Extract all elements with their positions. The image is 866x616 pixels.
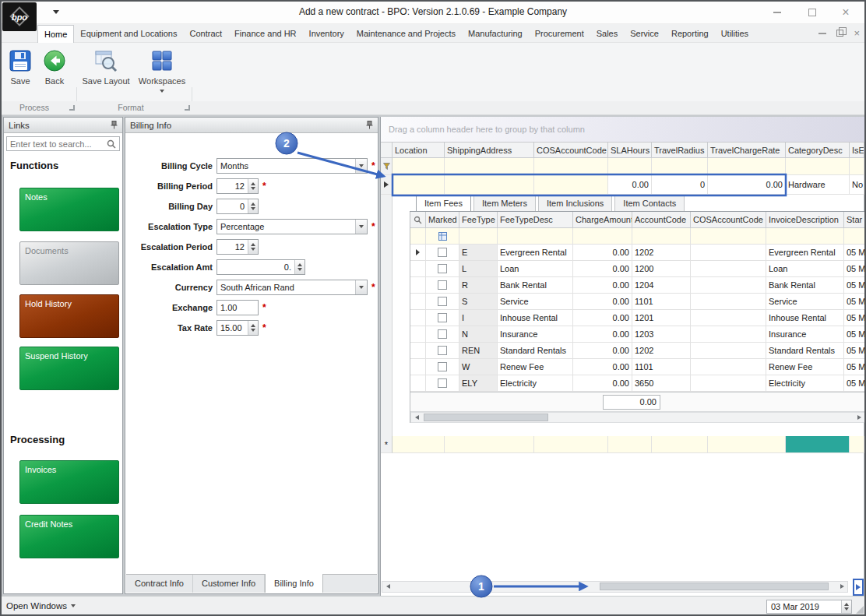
marked-checkbox[interactable] (438, 297, 447, 306)
tab-item-contacts[interactable]: Item Contacts (614, 195, 685, 211)
scroll-left-button[interactable] (411, 413, 422, 422)
feetypedesc-cell[interactable]: Electricity (498, 375, 573, 392)
tab-item-fees[interactable]: Item Fees (416, 195, 471, 211)
cosaccountcode-cell[interactable] (691, 261, 766, 277)
new-row-cell[interactable] (850, 436, 864, 453)
hold-history-button[interactable]: Hold History (19, 294, 119, 338)
marked-checkbox[interactable] (438, 362, 447, 371)
feetype-cell[interactable]: REN (459, 343, 498, 359)
fee-row[interactable]: N Insurance 0.00 1203 Insurance 05 M (410, 326, 865, 343)
column-header-travelradius[interactable]: TravelRadius (652, 143, 708, 158)
quick-access-dropdown-icon[interactable] (53, 10, 59, 14)
close-button[interactable]: × (835, 5, 857, 20)
feetype-cell[interactable]: W (459, 359, 498, 375)
invoicedescription-cell[interactable]: Insurance (766, 326, 844, 343)
marked-filter-cell[interactable] (426, 228, 459, 245)
fee-row[interactable]: S Service 0.00 1101 Service 05 M (410, 294, 865, 310)
filter-cell[interactable] (498, 228, 573, 245)
marked-checkbox[interactable] (438, 346, 447, 355)
invoicedescription-cell[interactable]: Bank Rental (766, 277, 844, 294)
fee-row[interactable]: REN Standard Rentals 0.00 1202 Standard … (410, 343, 865, 359)
ribbon-tab-contract[interactable]: Contract (184, 25, 229, 43)
filter-cell[interactable] (573, 228, 632, 245)
cosaccountcode-cell[interactable] (691, 359, 766, 375)
feetypedesc-cell[interactable]: Evergreen Rental (498, 245, 573, 261)
filter-cell[interactable] (459, 228, 498, 245)
ribbon-restore-icon[interactable] (836, 30, 843, 37)
column-header-feetype[interactable]: FeeType (459, 212, 498, 228)
workspaces-button[interactable]: Workspaces (134, 44, 190, 99)
feetype-cell[interactable]: I (459, 310, 498, 326)
filter-cell[interactable] (534, 158, 608, 175)
fee-row[interactable]: E Evergreen Rental 0.00 1202 Evergreen R… (410, 245, 865, 261)
currency-combobox[interactable]: South African Rand (216, 280, 368, 295)
startdate-cell[interactable]: 05 M (844, 310, 865, 326)
cosaccountcode-cell[interactable] (691, 343, 766, 359)
cosaccountcode-cell[interactable] (691, 326, 766, 343)
spin-buttons[interactable] (248, 179, 258, 193)
startdate-cell[interactable]: 05 M (844, 294, 865, 310)
column-header-startdate[interactable]: Star (844, 212, 865, 228)
filter-cell[interactable] (844, 228, 865, 245)
exchange-field[interactable]: 1.00 (216, 300, 259, 315)
fee-row[interactable]: ELY Electricity 0.00 3650 Electricity 05… (410, 375, 865, 392)
marked-cell[interactable] (426, 326, 459, 343)
master-data-row[interactable]: 0.00 0 0.00 Hardware No (381, 175, 864, 195)
cell-shippingaddress[interactable] (445, 175, 534, 195)
feetypedesc-cell[interactable]: Service (498, 294, 573, 310)
back-button[interactable]: Back (37, 44, 72, 99)
feetypedesc-cell[interactable]: Standard Rentals (498, 343, 573, 359)
marked-checkbox[interactable] (438, 248, 447, 257)
format-dialog-launcher-icon[interactable] (185, 105, 190, 111)
startdate-cell[interactable]: 05 M (844, 277, 865, 294)
column-header-cosaccountcode[interactable]: COSAccountCode (534, 143, 608, 158)
new-row-cell[interactable] (708, 436, 786, 453)
new-row-cell[interactable] (445, 436, 534, 453)
startdate-cell[interactable]: 05 M (844, 343, 865, 359)
scroll-right-button[interactable] (854, 413, 864, 422)
horizontal-scrollbar-thumb[interactable] (600, 583, 829, 590)
detail-search-header[interactable] (410, 212, 426, 228)
process-dialog-launcher-icon[interactable] (69, 105, 75, 111)
feetype-cell[interactable]: N (459, 326, 498, 343)
filter-cell[interactable] (708, 158, 786, 175)
new-row-cell[interactable] (608, 436, 652, 453)
marked-cell[interactable] (426, 343, 459, 359)
column-header-categorydesc[interactable]: CategoryDesc (786, 143, 850, 158)
column-header-cosaccountcode[interactable]: COSAccountCode (691, 212, 766, 228)
ribbon-tab-utilities[interactable]: Utilities (715, 25, 755, 43)
chargeamount-cell[interactable]: 0.00 (573, 375, 632, 392)
cell-cosaccountcode[interactable] (534, 175, 608, 195)
chargeamount-cell[interactable]: 0.00 (573, 359, 632, 375)
startdate-cell[interactable]: 05 M (844, 375, 865, 392)
startdate-cell[interactable]: 05 M (844, 245, 865, 261)
column-header-shippingaddress[interactable]: ShippingAddress (445, 143, 534, 158)
cell-slahours[interactable]: 0.00 (608, 175, 652, 195)
feetype-cell[interactable]: L (459, 261, 498, 277)
tab-contract-info[interactable]: Contract Info (126, 575, 193, 593)
new-row-selected-cell[interactable] (786, 436, 850, 453)
filter-cell[interactable] (410, 228, 426, 245)
marked-checkbox[interactable] (438, 329, 447, 339)
filter-cell[interactable] (850, 158, 864, 175)
marked-checkbox[interactable] (438, 280, 447, 290)
escalation-period-spinner[interactable]: 12 (216, 239, 259, 255)
invoicedescription-cell[interactable]: Electricity (766, 375, 844, 392)
accountcode-cell[interactable]: 3650 (632, 375, 691, 392)
feetype-cell[interactable]: ELY (459, 375, 498, 392)
filter-cell[interactable] (445, 158, 534, 175)
billing-period-spinner[interactable]: 12 (216, 178, 259, 194)
cell-location[interactable] (393, 175, 445, 195)
feetype-cell[interactable]: E (459, 245, 498, 261)
dropdown-button[interactable] (355, 159, 367, 173)
column-header-feetypedesc[interactable]: FeeTypeDesc (498, 212, 573, 228)
cell-isex[interactable]: No (850, 175, 864, 195)
cosaccountcode-cell[interactable] (691, 294, 766, 310)
tab-billing-info[interactable]: Billing Info (265, 574, 323, 593)
chargeamount-cell[interactable]: 0.00 (573, 261, 632, 277)
fee-row[interactable]: W Renew Fee 0.00 1101 Renew Fee 05 M (410, 359, 865, 375)
ribbon-tab-inventory[interactable]: Inventory (303, 25, 350, 43)
filter-cell[interactable] (766, 228, 844, 245)
billing-cycle-combobox[interactable]: Months (216, 158, 368, 174)
marked-cell[interactable] (426, 375, 459, 392)
